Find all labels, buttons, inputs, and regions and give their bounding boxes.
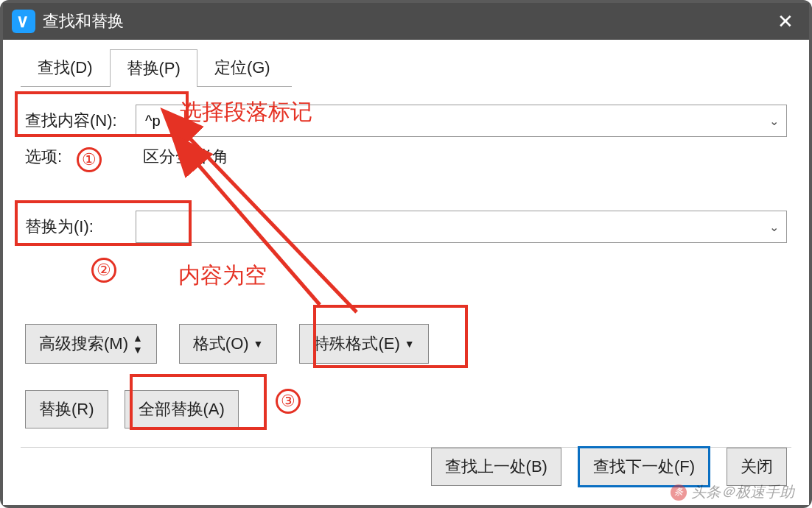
form-area: 查找内容(N): ⌄ 选项: 区分全/半角 替换为(I): ⌄ 高级搜索(M)▲… <box>3 87 809 428</box>
replace-buttons: 替换(R) 全部替换(A) <box>25 390 787 428</box>
options-row: 选项: 区分全/半角 <box>25 146 787 168</box>
advanced-search-label: 高级搜索(M) <box>39 333 128 355</box>
chevron-down-icon: ▼ <box>405 338 415 350</box>
format-button[interactable]: 格式(O)▼ <box>179 324 278 364</box>
tab-strip: 查找(D) 替换(P) 定位(G) <box>21 52 292 87</box>
options-label: 选项: <box>25 146 136 168</box>
find-prev-button[interactable]: 查找上一处(B) <box>431 448 561 486</box>
close-icon[interactable]: ✕ <box>771 7 800 36</box>
watermark: 条 头条＠极速手助 <box>671 482 794 502</box>
middle-buttons: 高级搜索(M)▲▼ 格式(O)▼ 特殊格式(E)▼ <box>25 324 787 364</box>
updown-icon: ▲▼ <box>133 332 143 356</box>
replace-button[interactable]: 替换(R) <box>25 390 108 428</box>
find-label: 查找内容(N): <box>25 110 136 132</box>
app-logo-icon <box>12 10 35 33</box>
find-next-button[interactable]: 查找下一处(F) <box>578 446 710 487</box>
client-area: 查找(D) 替换(P) 定位(G) 查找内容(N): ⌄ 选项: 区分全/半角 … <box>3 40 809 505</box>
chevron-down-icon: ▼ <box>253 338 264 350</box>
find-row: 查找内容(N): ⌄ <box>25 105 787 137</box>
watermark-logo-icon: 条 <box>671 484 687 501</box>
replace-label: 替换为(I): <box>25 216 136 238</box>
replace-row: 替换为(I): ⌄ <box>25 211 787 243</box>
options-value: 区分全/半角 <box>143 146 228 168</box>
footer-buttons: 查找上一处(B) 查找下一处(F) 关闭 <box>431 446 787 487</box>
replace-input[interactable] <box>145 219 777 236</box>
window-title: 查找和替换 <box>43 10 124 32</box>
format-label: 格式(O) <box>193 333 249 355</box>
chevron-down-icon[interactable]: ⌄ <box>769 114 779 128</box>
watermark-text: 头条＠极速手助 <box>691 482 794 502</box>
find-input[interactable] <box>145 113 777 130</box>
dialog-frame: 查找和替换 ✕ 查找(D) 替换(P) 定位(G) 查找内容(N): ⌄ 选项:… <box>0 0 812 508</box>
special-format-button[interactable]: 特殊格式(E)▼ <box>299 324 428 364</box>
title-bar: 查找和替换 ✕ <box>3 3 809 40</box>
tab-goto[interactable]: 定位(G) <box>197 49 287 86</box>
chevron-down-icon[interactable]: ⌄ <box>769 220 779 234</box>
find-combo[interactable]: ⌄ <box>136 105 787 137</box>
tab-find[interactable]: 查找(D) <box>21 49 110 86</box>
replace-combo[interactable]: ⌄ <box>136 211 787 243</box>
close-button[interactable]: 关闭 <box>727 448 787 486</box>
tab-replace[interactable]: 替换(P) <box>110 49 197 87</box>
advanced-search-button[interactable]: 高级搜索(M)▲▼ <box>25 324 157 364</box>
special-label: 特殊格式(E) <box>313 333 399 355</box>
replace-all-button[interactable]: 全部替换(A) <box>125 390 239 428</box>
